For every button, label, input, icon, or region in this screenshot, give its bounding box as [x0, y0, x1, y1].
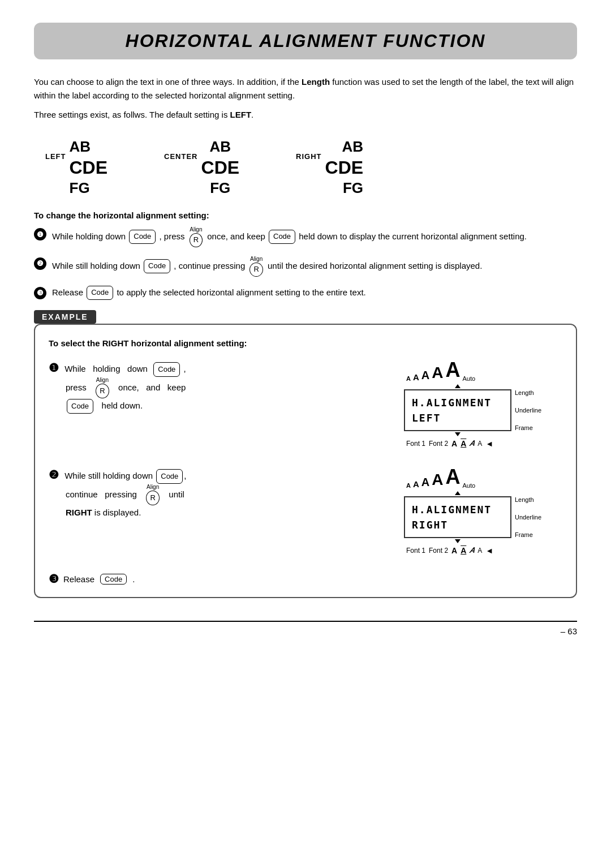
- change-heading: To change the horizontal alignment setti…: [34, 210, 577, 220]
- page-footer: – 63: [34, 621, 577, 636]
- lcd2-top-row: A A A A A Auto: [404, 465, 562, 489]
- ex-step1-num: ❶: [49, 362, 59, 374]
- lcd1-wrap: A A A A A Auto H.ALIGNMENTLEFT: [404, 358, 562, 448]
- example-box: To select the RIGHT horizontal alignment…: [34, 324, 577, 598]
- intro-bold2: LEFT: [230, 110, 252, 119]
- lcd1-font-sizes: A A A A A: [406, 358, 460, 382]
- lcd1-arrow-up: [455, 384, 461, 388]
- lcd1-underline: Underline: [515, 407, 541, 414]
- lcd2-font-sizes: A A A A A: [406, 465, 460, 489]
- ex-step3-num: ❸: [49, 572, 59, 586]
- lcd2-length: Length: [515, 496, 541, 503]
- step-2-content: While still holding down Code , continue…: [52, 256, 577, 277]
- step-1-num: ❶: [34, 228, 46, 240]
- example-label-wrap: EXAMPLE: [34, 310, 577, 324]
- step-3: ❸ Release Code to apply the selected hor…: [34, 286, 577, 300]
- lcd2-arrow-up: [455, 491, 461, 495]
- example-lcd1: A A A A A Auto H.ALIGNMENTLEFT: [404, 358, 562, 452]
- r-key-1: R: [190, 233, 203, 247]
- align-example-right: RIGHT AB CDE FG: [296, 137, 363, 197]
- lcd2-frame: Frame: [515, 531, 541, 538]
- lcd2-arrow-down: [455, 539, 461, 543]
- code-key-2: Code: [269, 230, 295, 244]
- ex-r-btn-2: Align R: [145, 484, 160, 505]
- ex-code-key-3: Code: [156, 469, 183, 484]
- intro-bold1: Length: [302, 77, 330, 87]
- lcd2-sidebar: Length Underline Frame: [511, 491, 541, 543]
- step-3-content: Release Code to apply the selected horiz…: [52, 286, 577, 300]
- example-step3: ❸ Release Code .: [49, 572, 562, 586]
- lcd2-display: H.ALIGNMENTRIGHT: [404, 496, 511, 538]
- lcd1-main: H.ALIGNMENTLEFT Length Underline Frame: [404, 384, 562, 436]
- lcd1-length: Length: [515, 389, 541, 396]
- align-text-center: AB CDE FG: [201, 137, 240, 197]
- ex-r-btn-1: Align R: [94, 377, 110, 398]
- ex-step2-num: ❷: [49, 469, 59, 481]
- align-label-left: LEFT: [45, 137, 66, 161]
- ex-code-key-release: Code: [100, 574, 127, 585]
- right-bold: RIGHT: [66, 508, 92, 517]
- intro-paragraph2: Three settings exist, as follws. The def…: [34, 108, 577, 122]
- lcd1-frame: Frame: [515, 424, 541, 431]
- example-lcd2: A A A A A Auto H.ALIGNMENTRIGHT: [404, 465, 562, 558]
- step-3-num: ❸: [34, 287, 46, 299]
- align-text-right: AB CDE FG: [325, 137, 364, 197]
- page-title-wrap: HORIZONTAL ALIGNMENT FUNCTION: [34, 23, 577, 59]
- release-text: Release: [63, 574, 94, 584]
- example-row-1: ❶ While holding down Code , press Align …: [49, 358, 562, 452]
- lcd2-main: H.ALIGNMENTRIGHT Length Underline Frame: [404, 491, 562, 543]
- example-heading: To select the RIGHT horizontal alignment…: [49, 338, 562, 348]
- page-number-value: 63: [567, 626, 577, 636]
- ex-r-key-1: R: [96, 384, 109, 398]
- ex-r-key-2: R: [146, 491, 159, 505]
- intro-text2b: .: [251, 110, 253, 119]
- intro-text1: You can choose to align the text in one …: [34, 77, 302, 87]
- example-row-2: ❷ While still holding down Code, continu…: [49, 465, 562, 558]
- step-2-num: ❷: [34, 257, 46, 270]
- example-step2: ❷ While still holding down Code, continu…: [49, 465, 387, 520]
- lcd2-wrap: A A A A A Auto H.ALIGNMENTRIGHT: [404, 465, 562, 555]
- step-1: ❶ While holding down Code , press Align …: [34, 227, 577, 247]
- lcd1-top-row: A A A A A Auto: [404, 358, 562, 382]
- lcd1-sidebar: Length Underline Frame: [511, 384, 541, 436]
- example-step1: ❶ While holding down Code , press Align …: [49, 358, 387, 414]
- align-label-center: CENTER: [164, 137, 197, 161]
- align-text-left: AB CDE FG: [70, 137, 108, 197]
- r-key-2: R: [249, 263, 263, 277]
- align-example-center: CENTER AB CDE FG: [164, 137, 239, 197]
- align-example-left: LEFT AB CDE FG: [45, 137, 107, 197]
- step-2: ❷ While still holding down Code , contin…: [34, 256, 577, 277]
- lcd2-underline: Underline: [515, 514, 541, 521]
- release-period: .: [132, 574, 135, 584]
- intro-paragraph1: You can choose to align the text in one …: [34, 75, 577, 102]
- lcd1-bottom: Font 1 Font 2 A A 𝘈 A ◄: [404, 439, 562, 448]
- r-btn-wrap-1: Align R: [188, 227, 204, 247]
- lcd1-arrow-down: [455, 432, 461, 436]
- example-left-2: ❷ While still holding down Code, continu…: [49, 465, 387, 526]
- alignment-examples: LEFT AB CDE FG CENTER AB CDE FG RIGHT AB…: [45, 137, 577, 197]
- page-number: – 63: [561, 626, 577, 636]
- page-title: HORIZONTAL ALIGNMENT FUNCTION: [126, 31, 486, 51]
- ex-code-key-2: Code: [67, 399, 93, 414]
- example-label: EXAMPLE: [34, 310, 96, 324]
- ex-code-key-1: Code: [153, 362, 180, 377]
- lcd1-display: H.ALIGNMENTLEFT: [404, 389, 511, 431]
- lcd2-bottom: Font 1 Font 2 A A 𝘈 A ◄: [404, 545, 562, 555]
- intro-text2: Three settings exist, as follws. The def…: [34, 110, 230, 119]
- r-btn-wrap-2: Align R: [248, 256, 264, 277]
- example-left-1: ❶ While holding down Code , press Align …: [49, 358, 387, 419]
- code-key-3: Code: [144, 259, 170, 273]
- code-key-4: Code: [87, 286, 113, 300]
- align-label-right: RIGHT: [296, 137, 321, 161]
- step-1-content: While holding down Code , press Align R …: [52, 227, 577, 247]
- code-key-1: Code: [129, 230, 156, 244]
